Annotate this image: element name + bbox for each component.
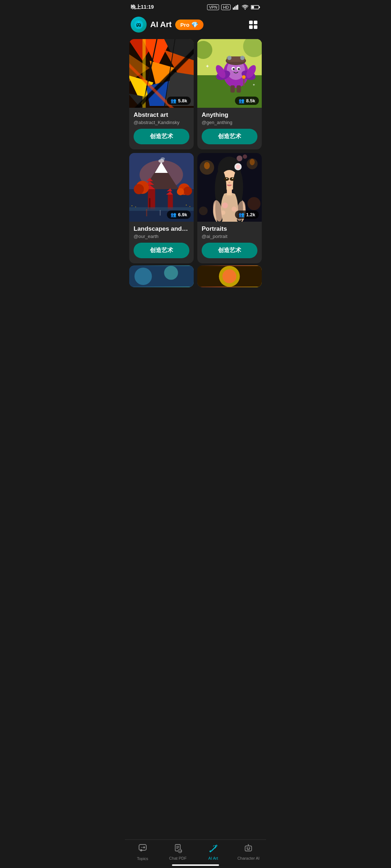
svg-text:✦: ✦: [252, 83, 255, 87]
art-card-info-anything: Anything @gen_anthing 创造艺术: [197, 108, 262, 149]
svg-rect-77: [135, 207, 136, 207]
art-card-landscapes[interactable]: 👥 6.9k Landscapes and n... @our_earth 创造…: [129, 153, 194, 263]
art-card-image-abstract: 👥 5.8k: [129, 39, 194, 108]
create-btn-portraits[interactable]: 创造艺术: [202, 243, 257, 258]
header-left: AI Art Pro 💎: [131, 17, 203, 33]
svg-point-68: [134, 184, 144, 194]
svg-point-102: [228, 182, 231, 183]
art-card-author-portraits: @ai_portrait: [202, 234, 257, 239]
followers-icon-2: 👥: [239, 98, 244, 103]
svg-rect-76: [132, 205, 133, 206]
pro-badge[interactable]: Pro 💎: [175, 20, 203, 30]
status-bar: 晚上11:19 VPN HD: [125, 0, 266, 13]
art-card-image-portraits: 👥 1.2k: [197, 153, 262, 222]
svg-point-106: [222, 203, 228, 208]
svg-marker-17: [164, 39, 194, 68]
svg-rect-46: [231, 85, 235, 93]
svg-rect-3: [237, 5, 238, 10]
pro-label: Pro: [180, 22, 189, 28]
svg-marker-21: [129, 75, 154, 106]
hd-indicator: HD: [221, 4, 231, 10]
svg-rect-11: [138, 26, 139, 27]
svg-rect-10: [139, 24, 140, 25]
art-card-title-abstract: Abstract art: [134, 111, 189, 119]
art-card-title-anything: Anything: [202, 111, 257, 119]
svg-rect-2: [236, 5, 237, 10]
followers-badge-landscapes: 👥 6.9k: [167, 210, 191, 219]
svg-point-40: [227, 56, 232, 60]
art-card-portraits[interactable]: 👥 1.2k Portraits @ai_portrait 创造艺术: [197, 153, 262, 263]
svg-rect-5: [259, 7, 260, 8]
grid-icon: [249, 21, 257, 29]
art-card-author-anything: @gen_anthing: [202, 120, 257, 125]
create-btn-anything[interactable]: 创造艺术: [202, 129, 257, 144]
svg-point-89: [243, 154, 247, 159]
art-card-title-landscapes: Landscapes and n...: [134, 225, 189, 233]
signal-icon: [233, 5, 239, 10]
followers-count-landscapes: 6.9k: [178, 212, 187, 217]
svg-text:✦: ✦: [205, 63, 210, 69]
svg-point-41: [240, 56, 245, 60]
svg-rect-74: [146, 209, 147, 216]
svg-point-84: [199, 207, 208, 215]
svg-point-13: [138, 22, 139, 23]
svg-point-107: [232, 207, 237, 212]
svg-rect-78: [186, 205, 187, 205]
svg-point-36: [233, 68, 235, 70]
svg-point-49: [242, 75, 246, 79]
battery-icon: [251, 5, 260, 10]
svg-marker-16: [143, 39, 172, 68]
create-btn-landscapes[interactable]: 创造艺术: [134, 243, 189, 258]
app-logo: [131, 17, 147, 33]
vpn-indicator: VPN: [207, 4, 219, 10]
svg-rect-75: [160, 210, 161, 216]
followers-icon: 👥: [171, 98, 176, 103]
svg-point-70: [184, 187, 192, 195]
svg-point-83: [248, 197, 261, 210]
svg-marker-18: [129, 54, 150, 82]
partial-card-right: [197, 265, 262, 287]
svg-rect-86: [206, 162, 208, 164]
create-btn-abstract[interactable]: 创造艺术: [134, 129, 189, 144]
followers-icon-4: 👥: [239, 212, 244, 217]
app-title: AI Art: [150, 20, 172, 29]
art-card-abstract[interactable]: 👥 5.8k Abstract art @abstract_Kandinsky …: [129, 39, 194, 149]
svg-line-25: [143, 39, 157, 108]
svg-point-101: [232, 178, 233, 179]
followers-count-anything: 8.5k: [246, 98, 255, 103]
art-card-info-abstract: Abstract art @abstract_Kandinsky 创造艺术: [129, 108, 194, 149]
art-card-title-portraits: Portraits: [202, 225, 257, 233]
followers-badge-portraits: 👥 1.2k: [235, 210, 259, 219]
svg-point-116: [222, 269, 236, 283]
svg-rect-47: [237, 85, 241, 93]
art-card-image-anything: ✦ ✦ 👥 8.5k: [197, 39, 262, 108]
followers-badge-anything: 👥 8.5k: [235, 97, 259, 105]
status-icons: VPN HD: [207, 4, 260, 10]
svg-rect-0: [233, 8, 234, 10]
grid-menu-button[interactable]: [246, 17, 260, 32]
art-card-anything[interactable]: ✦ ✦ 👥 8.5k Anything @gen_anthing 创造艺术: [197, 39, 262, 149]
followers-count-portraits: 1.2k: [246, 212, 255, 217]
art-cards-grid: 👥 5.8k Abstract art @abstract_Kandinsky …: [125, 37, 266, 265]
art-card-image-landscapes: 👥 6.9k: [129, 153, 194, 222]
svg-point-58: [161, 157, 165, 160]
followers-count-abstract: 5.8k: [178, 98, 187, 103]
art-card-info-portraits: Portraits @ai_portrait 创造艺术: [197, 222, 262, 263]
svg-point-95: [236, 165, 240, 169]
svg-point-113: [164, 266, 178, 280]
svg-point-71: [177, 188, 184, 195]
followers-icon-3: 👥: [171, 212, 176, 217]
art-card-author-abstract: @abstract_Kandinsky: [134, 120, 189, 125]
svg-point-87: [250, 159, 255, 165]
status-time: 晚上11:19: [131, 4, 154, 10]
svg-rect-6: [252, 6, 254, 9]
svg-marker-15: [129, 39, 157, 61]
svg-rect-1: [234, 7, 235, 10]
svg-rect-79: [190, 206, 190, 207]
svg-point-100: [226, 178, 227, 179]
art-card-author-landscapes: @our_earth: [134, 234, 189, 239]
svg-point-37: [238, 68, 240, 70]
wifi-icon: [242, 5, 248, 10]
svg-marker-24: [129, 93, 146, 106]
pro-diamond-icon: 💎: [191, 21, 198, 28]
